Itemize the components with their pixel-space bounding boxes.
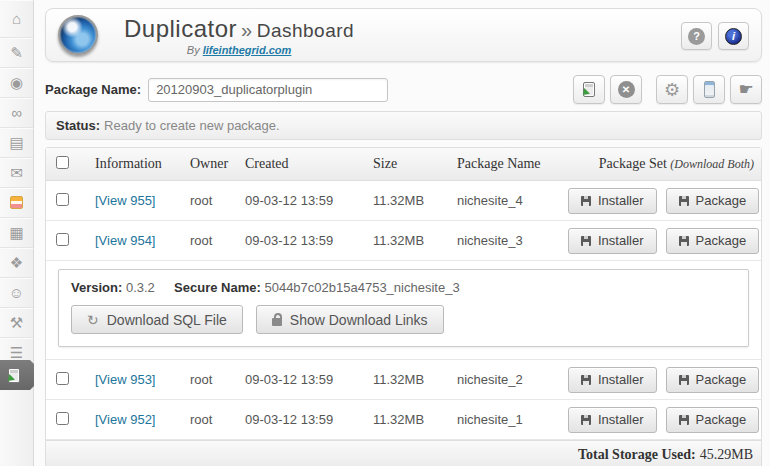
sidebar-item-comments[interactable]: ✉ [0, 158, 33, 188]
sidebar-item-plugins[interactable]: ❖ [0, 248, 33, 278]
installer-label: Installer [598, 193, 644, 208]
floppy-icon [581, 196, 591, 206]
package-button[interactable]: Package [666, 367, 760, 393]
table-header-row: Information Owner Created Size Package N… [46, 148, 761, 181]
select-all-checkbox[interactable] [56, 156, 69, 169]
tools-icon: ⚒ [10, 315, 23, 330]
floppy-icon [581, 236, 591, 246]
col-owner: Owner [181, 156, 236, 172]
package-button[interactable]: Package [666, 188, 760, 214]
secure-name-label: Secure Name: [174, 280, 261, 295]
support-button[interactable]: ☛ [730, 75, 762, 104]
device-scan-icon [704, 81, 715, 98]
created-value: 09-03-12 13:59 [236, 233, 364, 248]
show-download-links-button[interactable]: Show Download Links [256, 305, 444, 334]
page-title: Duplicator»Dashboard By lifeinthegrid.co… [98, 15, 354, 56]
help-button[interactable]: ? [681, 22, 712, 50]
col-package-name: Package Name [448, 156, 568, 172]
package-doc-icon [8, 368, 20, 383]
view-link[interactable]: [View 954] [95, 233, 155, 248]
installer-label: Installer [598, 412, 644, 427]
owner-value: root [181, 193, 236, 208]
installer-label: Installer [598, 233, 644, 248]
view-link[interactable]: [View 955] [95, 193, 155, 208]
download-sql-button[interactable]: ↻ Download SQL File [71, 305, 243, 334]
owner-value: root [181, 233, 236, 248]
sidebar-item-appearance[interactable]: ▦ [0, 218, 33, 248]
row-checkbox[interactable] [56, 372, 69, 385]
sidebar-item-links[interactable]: ∞ [0, 98, 33, 128]
about-button[interactable]: i [718, 22, 749, 50]
package-label: Package [696, 233, 747, 248]
size-value: 11.32MB [364, 193, 448, 208]
package-button[interactable]: Package [666, 228, 760, 254]
table-row: [View 955] root 09-03-12 13:59 11.32MB n… [46, 181, 761, 221]
header-actions: ? i [681, 22, 749, 50]
size-value: 11.32MB [364, 233, 448, 248]
size-value: 11.32MB [364, 412, 448, 427]
byline-prefix: By [187, 44, 200, 56]
download-both-note: (Download Both) [670, 157, 754, 171]
row-checkbox[interactable] [56, 412, 69, 425]
sidebar-item-posts[interactable]: ✎ [0, 38, 33, 68]
col-information: Information [86, 156, 181, 172]
row-checkbox[interactable] [56, 193, 69, 206]
plugin-header: Duplicator»Dashboard By lifeinthegrid.co… [45, 8, 762, 62]
status-bar: Status:Ready to create new package. [45, 111, 762, 140]
total-storage-label: Total Storage Used: [578, 447, 696, 463]
row-checkbox[interactable] [56, 233, 69, 246]
table-row: [View 952] root 09-03-12 13:59 11.32MB n… [46, 400, 761, 440]
table-footer: Total Storage Used: 45.29MB [46, 440, 761, 466]
sidebar-item-tools[interactable]: ⚒ [0, 308, 33, 338]
create-package-button[interactable] [573, 75, 605, 104]
floppy-icon [679, 415, 689, 425]
sidebar-item-custom-menu[interactable] [0, 188, 33, 218]
sidebar-item-pages[interactable]: ▤ [0, 128, 33, 158]
size-value: 11.32MB [364, 372, 448, 387]
package-label: Package [696, 372, 747, 387]
package-name-value: nichesite_1 [448, 412, 568, 427]
secure-name-value: 5044b7c02b15a4753_nichesite_3 [264, 280, 459, 295]
total-storage-value: 45.29MB [700, 447, 753, 463]
appearance-icon: ▦ [9, 225, 23, 240]
orange-box-icon [10, 196, 23, 209]
plug-icon: ❖ [10, 255, 23, 270]
package-detail-panel: Version: 0.3.2 Secure Name: 5044b7c02b15… [58, 269, 749, 347]
main-content: Duplicator»Dashboard By lifeinthegrid.co… [34, 0, 770, 466]
created-value: 09-03-12 13:59 [236, 372, 364, 387]
package-name-value: nichesite_3 [448, 233, 568, 248]
col-created: Created [236, 156, 364, 172]
package-name-input[interactable] [148, 78, 388, 102]
installer-button[interactable]: Installer [568, 367, 657, 393]
installer-button[interactable]: Installer [568, 407, 657, 433]
package-button[interactable]: Package [666, 407, 760, 433]
owner-value: root [181, 372, 236, 387]
package-label: Package [696, 412, 747, 427]
comment-bubble-icon: ✉ [10, 165, 23, 180]
floppy-icon [581, 415, 591, 425]
floppy-icon [679, 236, 689, 246]
home-icon: ⌂ [12, 11, 21, 26]
installer-label: Installer [598, 372, 644, 387]
floppy-icon [581, 375, 591, 385]
lifeinthegrid-link[interactable]: lifeinthegrid.com [203, 44, 292, 56]
sidebar-item-dashboard[interactable]: ⌂ [0, 0, 33, 38]
page-name: Dashboard [257, 20, 354, 41]
col-size: Size [364, 156, 448, 172]
diagnostics-button[interactable] [693, 75, 725, 104]
settings-button[interactable]: ⚙ [656, 75, 688, 104]
cancel-button[interactable]: ✕ [610, 75, 642, 104]
lock-icon [272, 318, 282, 326]
sidebar-item-users[interactable]: ☺ [0, 278, 33, 308]
view-link[interactable]: [View 953] [95, 372, 155, 387]
new-package-icon [583, 82, 595, 97]
gear-icon: ⚙ [664, 81, 680, 99]
database-icon: ↻ [87, 313, 99, 327]
version-label: Version: [71, 280, 122, 295]
sidebar-item-media[interactable]: ◉ [0, 68, 33, 98]
view-link[interactable]: [View 952] [95, 412, 155, 427]
installer-button[interactable]: Installer [568, 228, 657, 254]
status-message: Ready to create new package. [104, 118, 280, 133]
title-separator: » [237, 19, 257, 41]
installer-button[interactable]: Installer [568, 188, 657, 214]
